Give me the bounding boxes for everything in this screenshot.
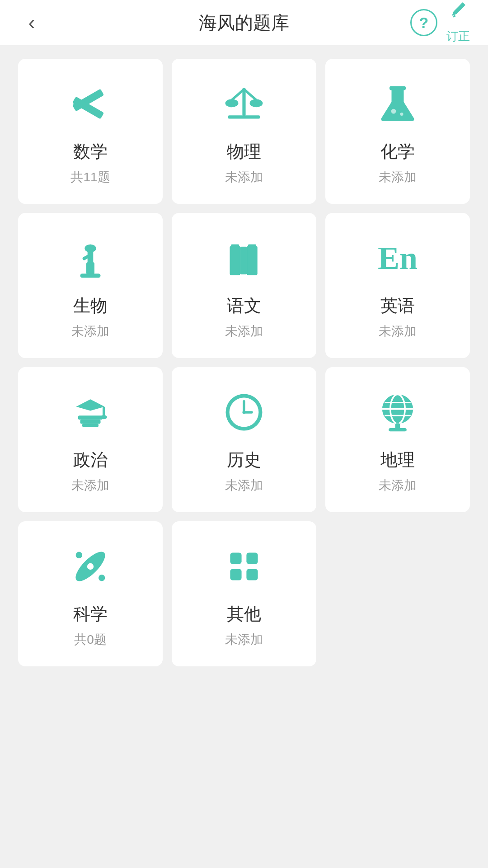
svg-rect-16 xyxy=(230,246,240,275)
subject-name-other: 其他 xyxy=(227,603,261,626)
svg-rect-45 xyxy=(246,552,258,564)
svg-rect-23 xyxy=(82,424,99,427)
svg-rect-2 xyxy=(242,88,245,116)
subject-count-history: 未添加 xyxy=(225,477,263,494)
subject-count-chemistry: 未添加 xyxy=(379,169,417,186)
subject-card-english[interactable]: En英语未添加 xyxy=(325,213,470,358)
header: ‹ 海风的题库 ? 订正 xyxy=(0,0,488,45)
subject-count-politics: 未添加 xyxy=(71,477,109,494)
svg-line-4 xyxy=(232,90,244,100)
biology-icon xyxy=(63,236,117,281)
svg-rect-37 xyxy=(395,423,400,429)
subject-card-math[interactable]: 数学共11题 xyxy=(18,59,163,204)
subject-name-physics: 物理 xyxy=(227,140,261,163)
subject-card-history[interactable]: 历史未添加 xyxy=(172,367,316,512)
pin-label: 订正 xyxy=(446,28,470,44)
subject-name-politics: 政治 xyxy=(73,448,108,472)
subject-count-english: 未添加 xyxy=(379,323,417,340)
svg-point-41 xyxy=(87,563,94,570)
subject-name-math: 数学 xyxy=(73,140,108,163)
math-icon xyxy=(63,81,117,127)
subject-name-chemistry: 化学 xyxy=(380,140,415,163)
svg-marker-24 xyxy=(76,399,105,410)
svg-rect-3 xyxy=(228,115,260,118)
svg-rect-38 xyxy=(389,428,407,431)
help-icon: ? xyxy=(419,14,429,32)
subject-card-biology[interactable]: 生物未添加 xyxy=(18,213,163,358)
svg-point-14 xyxy=(84,244,96,252)
chemistry-icon xyxy=(371,81,425,127)
svg-rect-25 xyxy=(103,406,105,416)
page-title: 海风的题库 xyxy=(199,10,289,35)
subject-name-chinese: 语文 xyxy=(227,294,261,317)
svg-rect-8 xyxy=(389,86,406,90)
physics-icon xyxy=(217,81,271,127)
svg-point-42 xyxy=(76,552,82,558)
svg-rect-17 xyxy=(231,244,239,247)
subject-count-chinese: 未添加 xyxy=(225,323,263,340)
svg-rect-30 xyxy=(243,400,245,411)
subject-name-biology: 生物 xyxy=(73,294,108,317)
politics-icon xyxy=(63,390,117,435)
history-icon xyxy=(217,390,271,435)
svg-rect-19 xyxy=(248,244,256,247)
svg-rect-44 xyxy=(230,552,241,564)
subject-count-biology: 未添加 xyxy=(71,323,109,340)
svg-rect-31 xyxy=(244,411,253,413)
help-button[interactable]: ? xyxy=(410,9,437,36)
subject-count-geography: 未添加 xyxy=(379,477,417,494)
subject-count-other: 未添加 xyxy=(225,631,263,648)
chinese-icon xyxy=(217,236,271,281)
science-icon xyxy=(63,544,117,589)
pin-button[interactable]: 订正 xyxy=(446,1,470,44)
svg-point-9 xyxy=(391,109,396,114)
subject-card-chemistry[interactable]: 化学未添加 xyxy=(325,59,470,204)
subject-count-math: 共11题 xyxy=(70,169,110,186)
svg-point-26 xyxy=(101,415,107,419)
svg-point-43 xyxy=(99,575,105,581)
svg-point-7 xyxy=(250,99,263,107)
subject-card-chinese[interactable]: 语文未添加 xyxy=(172,213,316,358)
subject-card-politics[interactable]: 政治未添加 xyxy=(18,367,163,512)
subject-card-other[interactable]: 其他未添加 xyxy=(172,521,316,666)
svg-rect-18 xyxy=(247,246,257,275)
subject-count-science: 共0题 xyxy=(74,631,107,648)
subject-name-history: 历史 xyxy=(227,448,261,472)
subject-card-science[interactable]: 科学共0题 xyxy=(18,521,163,666)
svg-rect-11 xyxy=(86,262,94,274)
subject-name-english: 英语 xyxy=(380,294,415,317)
subject-card-geography[interactable]: 地理未添加 xyxy=(325,367,470,512)
pin-icon xyxy=(447,1,469,28)
svg-rect-22 xyxy=(80,420,101,424)
back-button[interactable]: ‹ xyxy=(18,9,45,36)
svg-line-5 xyxy=(244,90,256,100)
svg-rect-12 xyxy=(80,274,101,278)
subject-name-science: 科学 xyxy=(73,603,108,626)
header-actions: ? 订正 xyxy=(410,1,470,44)
subject-count-physics: 未添加 xyxy=(225,169,263,186)
subject-name-geography: 地理 xyxy=(380,448,415,472)
svg-rect-21 xyxy=(78,415,103,420)
subjects-grid: 数学共11题 物理未添加 化学未添加 生 xyxy=(0,45,488,680)
svg-point-10 xyxy=(400,113,403,116)
subject-card-physics[interactable]: 物理未添加 xyxy=(172,59,316,204)
svg-point-6 xyxy=(225,99,239,107)
english-icon: En xyxy=(371,236,425,281)
svg-rect-47 xyxy=(246,569,258,580)
back-icon: ‹ xyxy=(28,11,35,34)
geography-icon xyxy=(371,390,425,435)
other-icon xyxy=(217,544,271,589)
svg-rect-20 xyxy=(240,247,247,274)
svg-rect-46 xyxy=(230,569,241,580)
